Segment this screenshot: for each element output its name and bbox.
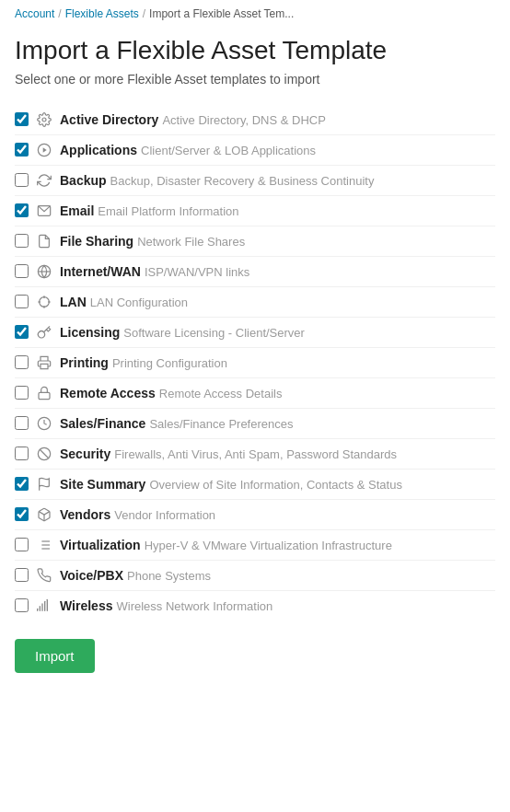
page-title: Import a Flexible Asset Template	[15, 35, 495, 66]
import-btn-area: Import	[0, 621, 510, 691]
template-label-vendors: VendorsVendor Information	[60, 507, 215, 522]
template-desc-voice-pbx: Phone Systems	[127, 569, 211, 583]
checkbox-wrap-virtualization	[15, 538, 29, 551]
checkbox-backup[interactable]	[15, 173, 29, 187]
checkbox-wrap-file-sharing	[15, 234, 29, 248]
template-label-lan: LANLAN Configuration	[60, 295, 188, 309]
template-label-file-sharing: File SharingNetwork File Shares	[60, 234, 245, 249]
checkbox-wrap-voice-pbx	[15, 568, 29, 582]
template-name-remote-access: Remote Access	[60, 386, 156, 400]
template-item-internet-wan: Internet/WANISP/WAN/VPN links	[15, 257, 495, 287]
template-label-backup: BackupBackup, Disaster Recovery & Busine…	[60, 173, 374, 188]
checkbox-wrap-security	[15, 447, 29, 460]
template-name-file-sharing: File Sharing	[60, 234, 133, 249]
clock-icon	[36, 415, 52, 432]
template-name-internet-wan: Internet/WAN	[60, 264, 141, 279]
gear-icon	[36, 111, 52, 128]
template-label-active-directory: Active DirectoryActive Directory, DNS & …	[60, 112, 326, 127]
template-desc-lan: LAN Configuration	[90, 296, 188, 309]
checkbox-wrap-backup	[15, 173, 29, 187]
checkbox-applications[interactable]	[15, 143, 29, 157]
checkbox-wrap-sales-finance	[15, 416, 29, 430]
template-item-wireless: WirelessWireless Network Information	[15, 591, 495, 621]
template-desc-virtualization: Hyper-V & VMware Virtualization Infrastr…	[145, 539, 392, 552]
flag-icon	[36, 476, 52, 493]
checkbox-internet-wan[interactable]	[15, 264, 29, 278]
checkbox-voice-pbx[interactable]	[15, 568, 29, 582]
checkbox-virtualization[interactable]	[15, 538, 29, 551]
checkbox-vendors[interactable]	[15, 507, 29, 521]
breadcrumb-sep-2: /	[143, 7, 145, 20]
svg-marker-2	[43, 147, 47, 152]
template-item-applications: ApplicationsClient/Server & LOB Applicat…	[15, 135, 495, 166]
lock-icon	[36, 385, 52, 401]
checkbox-wrap-licensing	[15, 325, 29, 339]
template-name-vendors: Vendors	[60, 507, 110, 522]
crosshair-icon	[36, 294, 52, 310]
template-desc-printing: Printing Configuration	[112, 356, 227, 370]
template-label-security: SecurityFirewalls, Anti Virus, Anti Spam…	[60, 447, 397, 461]
template-label-virtualization: VirtualizationHyper-V & VMware Virtualiz…	[60, 538, 392, 552]
template-name-printing: Printing	[60, 355, 109, 370]
template-label-internet-wan: Internet/WANISP/WAN/VPN links	[60, 264, 249, 279]
checkbox-email[interactable]	[15, 203, 29, 217]
checkbox-wrap-wireless	[15, 598, 29, 612]
globe-icon	[36, 263, 52, 280]
template-desc-remote-access: Remote Access Details	[159, 387, 283, 400]
svg-point-0	[42, 118, 46, 122]
template-item-lan: LANLAN Configuration	[15, 287, 495, 318]
page-subtitle: Select one or more Flexible Asset templa…	[15, 72, 495, 87]
checkbox-file-sharing[interactable]	[15, 234, 29, 248]
box-icon	[36, 506, 52, 523]
template-desc-applications: Client/Server & LOB Applications	[141, 144, 316, 157]
import-button[interactable]: Import	[15, 639, 95, 673]
checkbox-sales-finance[interactable]	[15, 416, 29, 430]
template-label-licensing: LicensingSoftware Licensing - Client/Ser…	[60, 325, 305, 340]
template-desc-site-summary: Overview of Site Information, Contacts &…	[149, 478, 402, 492]
breadcrumb-flexible-assets[interactable]: Flexible Assets	[65, 7, 139, 20]
printer-icon	[36, 354, 52, 371]
template-name-virtualization: Virtualization	[60, 538, 141, 552]
checkbox-wrap-printing	[15, 355, 29, 369]
template-item-remote-access: Remote AccessRemote Access Details	[15, 378, 495, 409]
template-name-site-summary: Site Summary	[60, 477, 145, 492]
checkbox-wrap-active-directory	[15, 112, 29, 126]
template-label-email: EmailEmail Platform Information	[60, 203, 239, 218]
checkbox-site-summary[interactable]	[15, 477, 29, 491]
key-icon	[36, 324, 52, 341]
refresh-icon	[36, 172, 52, 189]
template-label-site-summary: Site SummaryOverview of Site Information…	[60, 477, 402, 492]
svg-rect-11	[41, 364, 48, 368]
template-name-lan: LAN	[60, 295, 87, 309]
breadcrumb-current: Import a Flexible Asset Tem...	[149, 7, 294, 20]
svg-rect-12	[39, 392, 50, 399]
template-desc-backup: Backup, Disaster Recovery & Business Con…	[110, 174, 375, 188]
template-desc-internet-wan: ISP/WAN/VPN links	[145, 265, 249, 279]
template-list: Active DirectoryActive Directory, DNS & …	[0, 105, 510, 621]
checkbox-active-directory[interactable]	[15, 112, 29, 126]
template-item-security: SecurityFirewalls, Anti Virus, Anti Spam…	[15, 439, 495, 470]
list-icon	[36, 537, 52, 553]
checkbox-wrap-applications	[15, 143, 29, 157]
template-name-licensing: Licensing	[60, 325, 120, 340]
checkbox-wrap-lan	[15, 295, 29, 308]
checkbox-security[interactable]	[15, 447, 29, 460]
phone-icon	[36, 567, 52, 584]
checkbox-printing[interactable]	[15, 355, 29, 369]
template-desc-wireless: Wireless Network Information	[116, 599, 272, 613]
checkbox-wireless[interactable]	[15, 598, 29, 612]
checkbox-lan[interactable]	[15, 295, 29, 308]
breadcrumb: Account / Flexible Assets / Import a Fle…	[0, 0, 510, 28]
checkbox-remote-access[interactable]	[15, 386, 29, 400]
template-item-file-sharing: File SharingNetwork File Shares	[15, 226, 495, 257]
template-item-licensing: LicensingSoftware Licensing - Client/Ser…	[15, 318, 495, 348]
template-desc-sales-finance: Sales/Finance Preferences	[149, 417, 293, 431]
template-desc-active-directory: Active Directory, DNS & DHCP	[162, 113, 325, 127]
template-item-printing: PrintingPrinting Configuration	[15, 348, 495, 378]
template-desc-email: Email Platform Information	[98, 204, 238, 218]
template-name-email: Email	[60, 203, 94, 218]
checkbox-wrap-vendors	[15, 507, 29, 521]
breadcrumb-account[interactable]: Account	[15, 7, 54, 20]
checkbox-licensing[interactable]	[15, 325, 29, 339]
template-label-sales-finance: Sales/FinanceSales/Finance Preferences	[60, 416, 293, 431]
